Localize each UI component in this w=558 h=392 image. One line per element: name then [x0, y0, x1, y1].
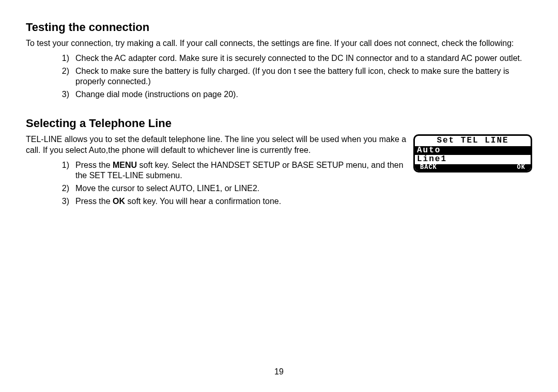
section2-intro: TEL-LINE allows you to set the default t… — [26, 134, 409, 156]
list-number: 3) — [55, 196, 69, 207]
lcd-screen-diagram: Set TEL LINE Auto Line1 BACK OK — [413, 134, 532, 173]
list-item: 1) Press the MENU soft key. Select the H… — [55, 160, 409, 182]
lcd-option: Line1 — [415, 155, 531, 164]
lcd-title: Set TEL LINE — [415, 136, 531, 146]
section2-list: 1) Press the MENU soft key. Select the H… — [26, 160, 409, 207]
section2-text-column: TEL-LINE allows you to set the default t… — [26, 134, 409, 209]
lcd-selected-option: Auto — [415, 146, 531, 155]
section1-heading: Testing the connection — [26, 21, 532, 34]
list-text: Press the OK soft key. You will hear a c… — [75, 196, 409, 207]
section-testing-connection: Testing the connection To test your conn… — [26, 21, 532, 100]
list-text: Change dial mode (instructions on page 2… — [75, 89, 532, 100]
section1-intro: To test your connection, try making a ca… — [26, 38, 532, 49]
section2-heading: Selecting a Telephone Line — [26, 117, 532, 130]
list-text: Press the MENU soft key. Select the HAND… — [75, 160, 409, 182]
lcd-softkey-back: BACK — [420, 164, 437, 171]
list-number: 1) — [55, 160, 69, 182]
list-text: Check the AC adapter cord. Make sure it … — [75, 53, 532, 64]
list-item: 3) Press the OK soft key. You will hear … — [55, 196, 409, 207]
list-number: 3) — [55, 89, 69, 100]
list-text: Check to make sure the battery is fully … — [75, 66, 532, 88]
list-number: 2) — [55, 66, 69, 88]
list-item: 2) Move the cursor to select AUTO, LINE1… — [55, 183, 409, 194]
list-text: Move the cursor to select AUTO, LINE1, o… — [75, 183, 409, 194]
list-item: 3) Change dial mode (instructions on pag… — [55, 89, 532, 100]
lcd-softkey-row: BACK OK — [415, 164, 531, 171]
lcd-softkey-ok: OK — [517, 164, 525, 171]
section-selecting-telephone-line: Selecting a Telephone Line TEL-LINE allo… — [26, 117, 532, 209]
list-item: 2) Check to make sure the battery is ful… — [55, 66, 532, 88]
list-number: 1) — [55, 53, 69, 64]
section1-list: 1) Check the AC adapter cord. Make sure … — [26, 53, 532, 100]
list-item: 1) Check the AC adapter cord. Make sure … — [55, 53, 532, 64]
list-number: 2) — [55, 183, 69, 194]
page-number: 19 — [274, 367, 284, 377]
